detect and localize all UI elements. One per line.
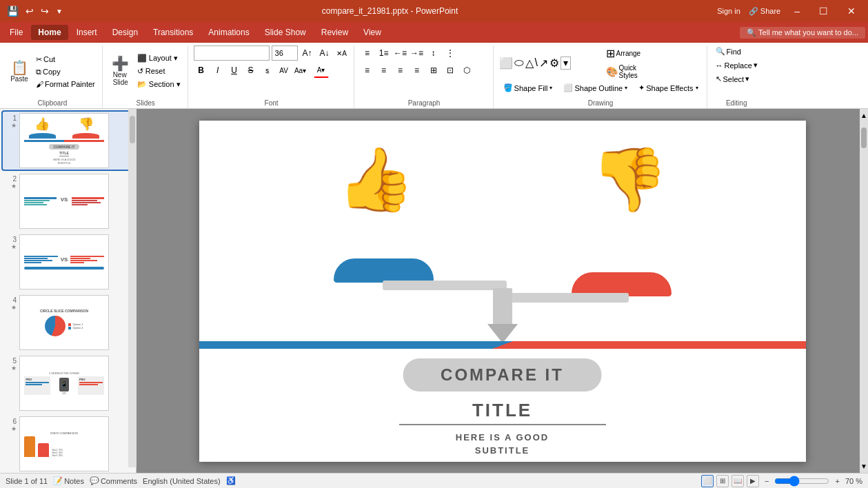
menu-insert[interactable]: Insert bbox=[70, 25, 104, 40]
slide-num-5: 5 bbox=[7, 356, 17, 365]
align-text-button[interactable]: ⊡ bbox=[443, 63, 458, 78]
layout-button[interactable]: ⬛ Layout ▾ bbox=[134, 52, 183, 64]
find-button[interactable]: 🔍 Find bbox=[713, 45, 744, 57]
menu-slideshow[interactable]: Slide Show bbox=[258, 25, 313, 40]
scale-pivot bbox=[487, 324, 518, 343]
comments-button[interactable]: 💬 Comments bbox=[90, 476, 137, 485]
section-button[interactable]: 📂 Section ▾ bbox=[134, 79, 183, 90]
justify-button[interactable]: ≡ bbox=[410, 63, 425, 78]
slide-thumb-3[interactable]: 3 ★ VS bbox=[3, 233, 133, 291]
increase-font-size-button[interactable]: A↑ bbox=[300, 45, 315, 61]
shapes-dropdown[interactable]: ▾ bbox=[561, 57, 571, 70]
sign-in-label[interactable]: Sign in bbox=[716, 7, 742, 15]
customize-icon[interactable]: ▼ bbox=[54, 8, 64, 15]
star-icon-3: ★ bbox=[11, 243, 17, 250]
paste-button[interactable]: 📋 Paste bbox=[7, 59, 32, 84]
decrease-indent-button[interactable]: ←≡ bbox=[393, 45, 408, 61]
window-title: compare_it_21981.pptx - PowerPoint bbox=[64, 6, 716, 16]
scrollbar-thumb[interactable] bbox=[861, 128, 867, 148]
save-icon[interactable]: 💾 bbox=[6, 6, 20, 17]
quick-styles-button[interactable]: 🎨 QuickStyles bbox=[603, 63, 644, 81]
clear-formatting-button[interactable]: ✕A bbox=[334, 45, 350, 61]
zoom-out-button[interactable]: − bbox=[765, 477, 769, 485]
replace-button[interactable]: ↔ Replace ▾ bbox=[713, 59, 760, 71]
underline-button[interactable]: U bbox=[227, 63, 242, 78]
font-color-button[interactable]: A▾ bbox=[314, 63, 329, 78]
drawing-group: ⬜⬭△ \↗⚙ ▾ ⊞ Arrange 🎨 Quic bbox=[495, 45, 707, 108]
slideshow-button[interactable]: ▶ bbox=[747, 475, 759, 487]
slide-image-4: CIRCLE SLICE COMPARISON Option 1 Option … bbox=[19, 295, 109, 350]
line-spacing-button[interactable]: ↕ bbox=[426, 45, 441, 61]
normal-view-button[interactable]: ⬜ bbox=[701, 475, 714, 487]
zoom-in-button[interactable]: + bbox=[835, 477, 839, 485]
slide-info: Slide 1 of 11 bbox=[6, 477, 48, 485]
char-spacing-button[interactable]: AV bbox=[276, 63, 292, 78]
numbering-button[interactable]: 1≡ bbox=[376, 45, 392, 61]
menu-home[interactable]: Home bbox=[31, 25, 68, 40]
minimize-button[interactable]: – bbox=[787, 6, 807, 17]
reset-button[interactable]: ↺ Reset bbox=[134, 65, 183, 77]
font-name-input[interactable] bbox=[194, 45, 270, 61]
slide-subtitle[interactable]: HERE IS A GOOD SUBTITLE bbox=[456, 431, 549, 458]
compare-it-label[interactable]: COMPARE IT bbox=[403, 358, 602, 392]
close-button[interactable]: ✕ bbox=[840, 6, 862, 17]
menu-view[interactable]: View bbox=[356, 25, 388, 40]
italic-button[interactable]: I bbox=[210, 63, 225, 78]
select-button[interactable]: ↖ Select ▾ bbox=[713, 73, 753, 85]
clipboard-label: Clipboard bbox=[7, 97, 98, 107]
slide-thumb-1[interactable]: 1 ★ 👍 👎 COMPARE IT TITLE HERE IS bbox=[3, 112, 133, 170]
columns-button[interactable]: ⋮ bbox=[443, 45, 458, 61]
tell-me-search[interactable]: 🔍 Tell me what you want to do... bbox=[740, 27, 865, 39]
font-group: 36 A↑ A↓ ✕A B I U S s AV Aa▾ A▾ Font bbox=[190, 45, 354, 108]
new-slide-button[interactable]: ➕ NewSlide bbox=[108, 55, 133, 88]
convert-smartart-button[interactable]: ⬡ bbox=[459, 63, 474, 78]
menu-review[interactable]: Review bbox=[314, 25, 355, 40]
paragraph-label: Paragraph bbox=[360, 97, 489, 107]
scroll-down-button[interactable]: ▼ bbox=[859, 461, 868, 471]
accessibility-icon[interactable]: ♿ bbox=[226, 476, 236, 485]
menu-design[interactable]: Design bbox=[105, 25, 145, 40]
zoom-slider[interactable] bbox=[774, 476, 829, 487]
text-direction-button[interactable]: ⊞ bbox=[426, 63, 441, 78]
maximize-button[interactable]: ☐ bbox=[812, 6, 835, 17]
thumbs-up-icon: 👍 bbox=[337, 148, 414, 210]
vertical-scrollbar[interactable]: ▲ ▼ bbox=[860, 109, 868, 473]
align-left-button[interactable]: ≡ bbox=[360, 63, 375, 78]
bullets-button[interactable]: ≡ bbox=[360, 45, 375, 61]
slides-group: ➕ NewSlide ⬛ Layout ▾ ↺ Reset 📂 Section … bbox=[104, 45, 188, 108]
paragraph-group: ≡ 1≡ ←≡ →≡ ↕ ⋮ ≡ ≡ ≡ ≡ ⊞ ⊡ ⬡ Paragraph bbox=[356, 45, 494, 108]
font-size-input[interactable]: 36 bbox=[272, 45, 298, 61]
shape-fill-button[interactable]: 🪣 Shape Fill ▾ bbox=[499, 82, 557, 94]
scroll-up-button[interactable]: ▲ bbox=[859, 110, 868, 121]
slide-num-6: 6 bbox=[7, 416, 17, 425]
cut-button[interactable]: ✂ Cut bbox=[33, 54, 98, 65]
reading-view-button[interactable]: 📖 bbox=[731, 475, 744, 487]
decrease-font-size-button[interactable]: A↓ bbox=[317, 45, 332, 61]
shadow-button[interactable]: s bbox=[260, 63, 275, 78]
notes-button[interactable]: 📝 Notes bbox=[53, 476, 84, 485]
shape-outline-button[interactable]: ⬜ Shape Outline ▾ bbox=[559, 82, 632, 94]
slide-title[interactable]: TITLE bbox=[399, 400, 606, 425]
arrange-button[interactable]: ⊞ Arrange bbox=[603, 45, 644, 61]
align-center-button[interactable]: ≡ bbox=[376, 63, 392, 78]
copy-button[interactable]: ⧉ Copy bbox=[33, 66, 98, 78]
share-label[interactable]: 🔗 Share bbox=[747, 7, 782, 16]
increase-indent-button[interactable]: →≡ bbox=[410, 45, 425, 61]
change-case-button[interactable]: Aa▾ bbox=[293, 63, 308, 78]
format-painter-button[interactable]: 🖌 Format Painter bbox=[33, 79, 98, 90]
undo-icon[interactable]: ↩ bbox=[24, 6, 35, 17]
strikethrough-button[interactable]: S bbox=[243, 63, 259, 78]
menu-transitions[interactable]: Transitions bbox=[146, 25, 200, 40]
redo-icon[interactable]: ↪ bbox=[39, 6, 50, 17]
slide-sorter-button[interactable]: ⊞ bbox=[716, 475, 729, 487]
shape-effects-button[interactable]: ✦ Shape Effects ▾ bbox=[634, 82, 702, 94]
menu-file[interactable]: File bbox=[3, 25, 30, 40]
menu-animations[interactable]: Animations bbox=[201, 25, 256, 40]
slide-thumb-5[interactable]: 5 ★ 1 VERSUS THE OTHER PRO 📱 VS bbox=[3, 354, 133, 412]
status-bar-left: Slide 1 of 11 📝 Notes 💬 Comments English… bbox=[6, 476, 236, 485]
slide-thumb-2[interactable]: 2 ★ VS bbox=[3, 172, 133, 230]
slide-thumb-4[interactable]: 4 ★ CIRCLE SLICE COMPARISON Option 1 Opt… bbox=[3, 294, 133, 352]
align-right-button[interactable]: ≡ bbox=[393, 63, 408, 78]
slide-thumb-6[interactable]: 6 ★ STATS COMPARISON Stat 1: 75% Stat 2:… bbox=[3, 415, 133, 473]
bold-button[interactable]: B bbox=[194, 63, 209, 78]
